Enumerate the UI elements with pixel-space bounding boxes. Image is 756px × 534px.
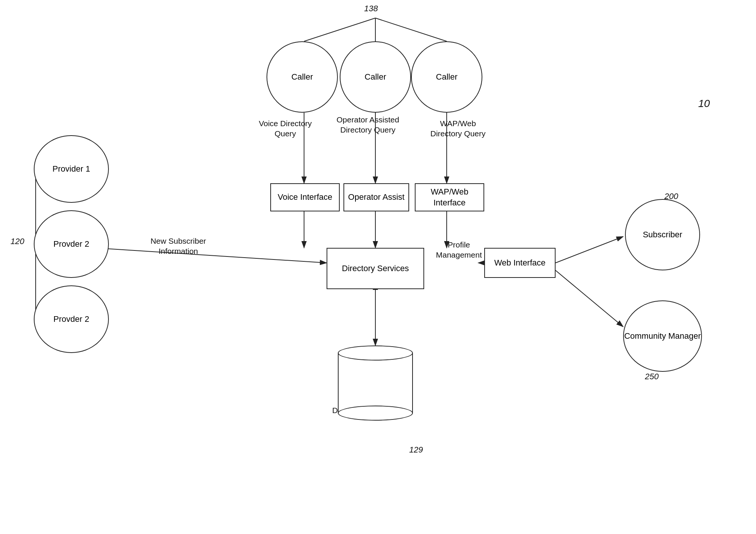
new-subscriber-information-label: New Subscriber Information <box>135 236 221 256</box>
ref-10: 10 <box>698 98 710 110</box>
svg-line-2 <box>304 18 375 41</box>
operator-assisted-label: Operator Assisted Directory Query <box>330 115 405 135</box>
wap-web-directory-query-label: WAP/Web Directory Query <box>428 118 488 139</box>
svg-line-17 <box>556 237 623 263</box>
operator-assist-box: Operator Assist <box>343 183 409 211</box>
wap-web-interface-box: WAP/Web Interface <box>415 183 484 211</box>
cylinder-body <box>338 353 413 413</box>
directory-data-store-cylinder <box>338 345 413 421</box>
ref-129: 129 <box>409 445 423 455</box>
ref-138: 138 <box>364 4 378 14</box>
ref-200: 200 <box>664 192 678 201</box>
voice-directory-query-label: Voice Directory Query <box>255 118 315 139</box>
ref-120: 120 <box>11 237 24 246</box>
diagram-container: 138 Caller Caller Caller Voice Directory… <box>0 0 756 534</box>
ref-250: 250 <box>645 372 659 382</box>
provider-2-circle: Provder 2 <box>34 210 109 278</box>
community-manager-circle: Community Manager <box>623 300 702 372</box>
svg-line-18 <box>556 270 623 327</box>
voice-interface-box: Voice Interface <box>270 183 340 211</box>
provider-3-circle: Provder 2 <box>34 285 109 353</box>
directory-services-box: Directory Services <box>327 248 424 289</box>
caller-3-circle: Caller <box>411 41 482 113</box>
provider-1-circle: Provider 1 <box>34 135 109 203</box>
caller-1-circle: Caller <box>267 41 338 113</box>
cylinder-bottom <box>338 406 413 421</box>
caller-2-circle: Caller <box>340 41 411 113</box>
profile-management-label: Profile Management <box>434 240 484 260</box>
cylinder-top <box>338 345 413 361</box>
svg-line-4 <box>375 18 447 41</box>
subscriber-circle: Subscriber <box>625 199 700 270</box>
web-interface-box: Web Interface <box>484 248 556 278</box>
